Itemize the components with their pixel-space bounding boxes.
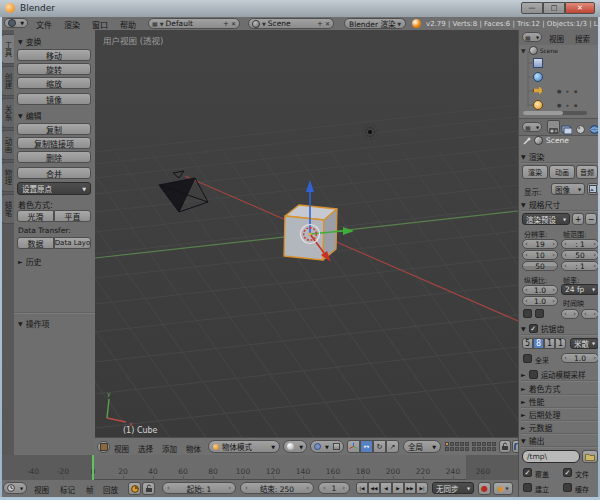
jump-to-end-button[interactable]: ▶| xyxy=(416,482,428,494)
layer-cell[interactable] xyxy=(450,442,454,446)
file-extensions-checkbox[interactable]: ✓ xyxy=(563,468,572,477)
layer-cell[interactable] xyxy=(455,447,459,451)
browse-output-button[interactable] xyxy=(582,450,598,463)
increment-arrow[interactable]: › xyxy=(550,251,557,259)
layer-cell[interactable] xyxy=(492,442,496,446)
decrement-arrow[interactable]: ‹ xyxy=(562,310,569,318)
render-still-button[interactable]: 渲染 xyxy=(522,165,548,179)
decrement-arrow[interactable]: ‹ xyxy=(562,240,569,248)
tab-scene[interactable] xyxy=(575,120,588,133)
panel-header-performance[interactable]: ► 性能 xyxy=(521,396,599,408)
viewport-shading-selector[interactable]: ▼ xyxy=(283,440,307,453)
increment-arrow[interactable]: › xyxy=(226,484,233,492)
rotate-button[interactable]: 旋转 xyxy=(17,63,91,75)
editor-type-selector[interactable]: ▼ xyxy=(4,18,28,28)
editor-type-selector[interactable]: ▦ ▼ xyxy=(522,32,542,42)
menu-help[interactable]: 帮助 xyxy=(120,19,136,30)
delete-scene-icon[interactable]: ✕ xyxy=(325,20,330,27)
editor-type-selector[interactable]: ▼ xyxy=(3,482,27,494)
eye-icon[interactable]: ● xyxy=(557,102,561,108)
decrement-arrow[interactable]: ‹ xyxy=(523,251,530,259)
tab-tools[interactable]: 工具 xyxy=(1,34,14,64)
remap-old-field[interactable]: ‹ › xyxy=(561,309,579,319)
resolution-percent-slider[interactable]: 50 xyxy=(522,261,558,271)
add-layout-icon[interactable]: + xyxy=(223,20,229,28)
outliner-row-renderlayers[interactable] xyxy=(533,58,543,68)
timeline-menu-frame[interactable]: 帧 xyxy=(86,484,94,495)
transform-orientation-selector[interactable]: 全局 ▼ xyxy=(403,440,441,453)
motion-blur-checkbox[interactable] xyxy=(529,370,538,379)
outliner-row-lamp[interactable]: ● ▸ ▪ xyxy=(533,100,577,110)
outliner-row-scene[interactable]: ▼ Scene xyxy=(521,46,558,55)
add-preset-button[interactable]: + xyxy=(572,213,584,225)
cursor-icon[interactable]: ▸ xyxy=(566,88,569,94)
camera-object[interactable] xyxy=(159,171,208,212)
keying-set-menu[interactable]: ● ▼ xyxy=(493,482,513,495)
layer-cell[interactable] xyxy=(492,447,496,451)
render-presets-menu[interactable]: 渲染预设 ▼ xyxy=(522,213,570,225)
layer-cell[interactable] xyxy=(487,447,491,451)
panel-header-motion-blur[interactable]: ► 运动模糊采样 xyxy=(521,369,599,381)
frame-rate-menu[interactable]: 24 fp ▼ xyxy=(561,284,599,295)
jump-to-start-button[interactable]: |◀ xyxy=(356,482,368,494)
remove-preset-button[interactable]: − xyxy=(585,213,597,225)
increment-arrow[interactable]: › xyxy=(591,310,598,318)
layer-cell[interactable] xyxy=(460,447,464,451)
tab-relations[interactable]: 关系 xyxy=(1,98,14,128)
layer-cell[interactable] xyxy=(477,447,481,451)
scale-manipulator-button[interactable]: ↗ xyxy=(386,440,399,453)
timeline-track[interactable]: -40-200204060801001201401601802002202402… xyxy=(0,455,518,480)
menu-object[interactable]: 物体 xyxy=(186,443,201,454)
placeholders-checkbox[interactable] xyxy=(523,483,532,492)
frame-end-field[interactable]: ‹ 结束: 250 › xyxy=(240,482,314,494)
scene-selector[interactable]: ▼ Scene + ✕ xyxy=(248,18,334,29)
remap-new-field[interactable]: ‹ › xyxy=(581,309,599,319)
decrement-arrow[interactable]: ‹ xyxy=(523,286,530,294)
editor-type-selector[interactable] xyxy=(97,441,110,453)
increment-arrow[interactable]: › xyxy=(340,484,347,492)
overwrite-checkbox[interactable]: ✓ xyxy=(523,468,532,477)
panel-header-history[interactable]: ► 历史 xyxy=(18,256,42,267)
aa-filter-menu[interactable]: 米散 ▼ xyxy=(570,338,599,349)
frame-end-field[interactable]: ‹ 50 › xyxy=(561,250,599,260)
translate-button[interactable]: 移动 xyxy=(17,49,91,61)
decrement-arrow[interactable]: ‹ xyxy=(582,310,589,318)
layer-cell[interactable] xyxy=(445,447,449,451)
data-button[interactable]: 数据 xyxy=(17,237,54,249)
crop-toggle[interactable] xyxy=(535,309,544,318)
layer-cell[interactable] xyxy=(477,442,481,446)
output-path-field[interactable]: /tmp\ xyxy=(522,450,580,463)
increment-arrow[interactable]: › xyxy=(550,240,557,248)
close-button[interactable]: ✕ xyxy=(565,2,595,14)
border-toggle[interactable] xyxy=(523,309,532,318)
join-button[interactable]: 合并 xyxy=(17,167,91,179)
frame-start-field[interactable]: ‹ 起始: 1 › xyxy=(162,482,236,494)
viewport-3d[interactable]: x y 用户视图 (透视) (1) Cube xyxy=(95,30,518,437)
layer-cell[interactable] xyxy=(450,447,454,451)
increment-arrow[interactable]: › xyxy=(591,240,598,248)
panel-header-operator[interactable]: ▼ 操作项 xyxy=(18,318,50,329)
increment-arrow[interactable]: › xyxy=(591,354,598,362)
panel-header-render[interactable]: ▼ 渲染 xyxy=(521,151,599,163)
increment-arrow[interactable]: › xyxy=(591,251,598,259)
shade-flat-button[interactable]: 平直 xyxy=(54,210,91,222)
panel-header-shading[interactable]: ► 着色方式 xyxy=(521,383,599,395)
frame-start-field[interactable]: ‹ : 1 › xyxy=(561,239,599,249)
outliner-hscrollbar[interactable] xyxy=(523,111,587,115)
layer-cell[interactable] xyxy=(445,442,449,446)
set-origin-menu[interactable]: 设置原点 ▼ xyxy=(17,182,91,195)
tab-render-layers[interactable] xyxy=(561,120,574,133)
outliner-row-camera[interactable]: ● ▸ ▪ xyxy=(533,86,577,95)
add-scene-icon[interactable]: + xyxy=(317,20,323,28)
aa-samples-8-button[interactable]: 8 xyxy=(533,338,544,349)
layer-cell[interactable] xyxy=(465,447,469,451)
increment-arrow[interactable]: › xyxy=(591,262,598,270)
outliner-menu-view[interactable]: 视图 xyxy=(549,33,564,44)
aa-samples-11-button[interactable]: 1 xyxy=(544,338,555,349)
menu-file[interactable]: 文件 xyxy=(36,19,52,30)
panel-header-dimensions[interactable]: ▼ 规格尺寸 xyxy=(521,199,599,211)
decrement-arrow[interactable]: ‹ xyxy=(562,251,569,259)
full-sample-checkbox[interactable] xyxy=(523,354,532,363)
minimize-button[interactable]: — xyxy=(521,2,543,14)
aa-samples-16-button[interactable]: 1 xyxy=(555,338,566,349)
